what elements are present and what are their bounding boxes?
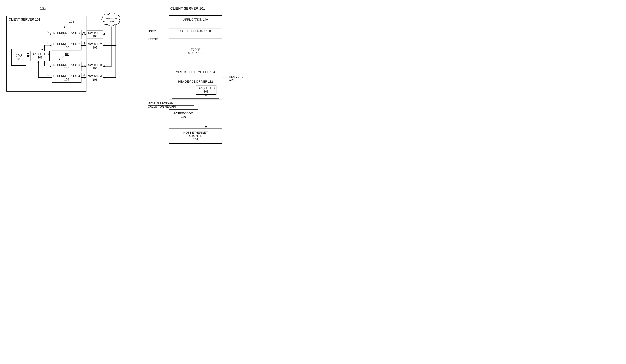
edge-g: G: [83, 30, 85, 34]
edge-d: D: [47, 41, 49, 45]
rpa-l2: CALLS FOR HEA API: [148, 105, 176, 108]
qp-right-l1: QP QUEUES: [197, 87, 215, 90]
switch-2: SWITCH 2 108: [87, 42, 103, 50]
tcp-l2: STACK 136: [188, 51, 203, 55]
virtual-ethernet-dd-box: VIRTUAL ETHERNET DD 134: [172, 69, 219, 75]
right-title-ref: 101: [199, 6, 205, 10]
rpa-separator: [148, 105, 195, 106]
port3-l1: ETHERNET PORT 3: [53, 63, 80, 67]
qp-right-l2: 103: [204, 90, 208, 93]
host-ethernet-adapter-box: HOST ETHERNET ADAPTER 104: [169, 129, 222, 144]
right-title-prefix: CLIENT SERVER: [170, 6, 199, 10]
hea-ref-1: 104: [69, 20, 74, 23]
socket-label: SOCKET LIBRARY 138: [180, 30, 211, 33]
qp-queues-right-box: QP QUEUES 103: [196, 85, 216, 95]
cpu-text1: CPU: [16, 54, 22, 57]
kernel-label: KERNEL: [148, 38, 159, 41]
application-label: APPLICATION 140: [183, 18, 208, 21]
qp-text1: QP QUEUES: [32, 53, 49, 56]
qp-text2: 103: [38, 56, 42, 59]
adapter-l3: 104: [193, 138, 198, 141]
edge-h: H: [83, 41, 85, 45]
ethernet-port-2: ETHERNET PORT 2 106: [52, 41, 81, 50]
client-server-label: CLIENT SERVER 101: [9, 18, 40, 21]
qp-queues-box: QP QUEUES 103: [31, 51, 50, 61]
hyp-l2: 130: [181, 115, 186, 118]
ethernet-port-1: ETHERNET PORT 1 106: [52, 30, 81, 39]
user-label: USER: [148, 30, 156, 33]
right-title: CLIENT SERVER 101: [170, 6, 205, 11]
hea-dd-label: HEA DEVICE DRIVER 132: [178, 80, 213, 83]
ethernet-port-4: ETHERNET PORT 4 106: [52, 73, 81, 83]
port4-l1: ETHERNET PORT 4: [53, 74, 80, 78]
switch-4: SWITCH 4 108: [87, 74, 103, 82]
edge-i: I: [84, 62, 84, 66]
svg-text:NETWORK: NETWORK: [106, 17, 118, 20]
sw3-l1: SWITCH 3: [88, 64, 102, 67]
veth-label: VIRTUAL ETHERNET DD 134: [176, 71, 215, 74]
user-kernel-separator: [158, 37, 229, 37]
sw1-l1: SWITCH 1: [88, 31, 102, 35]
hea-ref-2: 104: [65, 53, 69, 56]
system-ref: 100: [40, 6, 45, 10]
right-stack-diagram: CLIENT SERVER 101 APPLICATION 140 SOCKET…: [148, 6, 247, 151]
tcp-l1: TCP/IP: [191, 48, 200, 51]
port4-l2: 106: [64, 78, 69, 81]
svg-text:110: 110: [110, 20, 114, 23]
port2-l1: ETHERNET PORT 2: [53, 42, 80, 46]
hea-verb-connector: [222, 77, 229, 77]
port2-l2: 106: [64, 46, 69, 49]
cpu-text2: 102: [16, 57, 21, 61]
switch-3: SWITCH 3 108: [87, 63, 103, 71]
hea-verb-label: HEA VERB API: [229, 75, 247, 82]
edge-a: A: [27, 52, 29, 55]
rpa-label: RPA HYPERVISOR CALLS FOR HEA API: [148, 101, 176, 109]
edge-f: F: [47, 73, 49, 77]
sw1-l2: 108: [93, 35, 97, 38]
rpa-l1: RPA HYPERVISOR: [148, 101, 173, 105]
adapter-l1: HOST ETHERNET: [183, 131, 208, 135]
edge-j: J: [83, 73, 85, 77]
sw4-l1: SWITCH 4: [88, 75, 102, 78]
port3-l2: 106: [64, 67, 69, 70]
edge-e: E: [47, 62, 49, 66]
hyp-l1: HYPERVISOR: [174, 112, 193, 115]
edge-c: C: [47, 30, 49, 34]
sw2-l2: 108: [93, 46, 97, 49]
left-system-diagram: 100 CLIENT SERVER 101 CPU 102 QP QUEUES …: [6, 6, 122, 90]
hypervisor-box: HYPERVISOR 130: [169, 109, 198, 121]
adapter-l2: ADAPTER: [189, 135, 202, 138]
switch-1: SWITCH 1 108: [87, 31, 103, 39]
port1-l1: ETHERNET PORT 1: [53, 31, 80, 35]
cpu-box: CPU 102: [11, 49, 26, 66]
ethernet-port-3: ETHERNET PORT 3 106: [52, 62, 81, 71]
sw2-l1: SWITCH 2: [88, 42, 102, 46]
application-box: APPLICATION 140: [169, 15, 222, 24]
sw4-l2: 108: [93, 78, 97, 81]
port1-l2: 106: [64, 35, 69, 38]
tcpip-stack-box: TCP/IP STACK 136: [169, 38, 222, 64]
sw3-l2: 108: [93, 67, 97, 70]
socket-library-box: SOCKET LIBRARY 138: [169, 28, 222, 34]
